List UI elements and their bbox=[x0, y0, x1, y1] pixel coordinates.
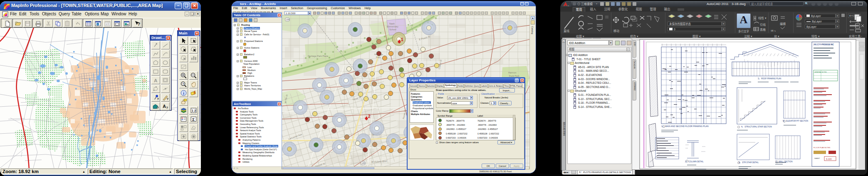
svg-text:241 CYY-PRO001B INC: 241 CYY-PRO001B INC bbox=[814, 44, 834, 46]
svg-text:S-103: S-103 bbox=[826, 158, 832, 160]
svg-text:4） STRUCTURAL STAIR SECTION: 4） STRUCTURAL STAIR SECTION bbox=[741, 126, 772, 128]
svg-text:1 2: 1 2 bbox=[192, 109, 196, 112]
svg-text:1: 1 bbox=[401, 37, 403, 42]
svg-text:5） ELEVATOR PIT SECTION: 5） ELEVATOR PIT SECTION bbox=[783, 120, 808, 122]
svg-text:6） STR STAIR DETAIL: 6） STR STAIR DETAIL bbox=[739, 161, 759, 164]
svg-text:Harmon: Harmon bbox=[508, 71, 517, 74]
svg-text:移动: 移动 bbox=[613, 29, 619, 32]
svg-text:Nash: Nash bbox=[389, 22, 395, 25]
svg-text:199: 199 bbox=[286, 18, 290, 21]
svg-text:插入: 插入 bbox=[771, 29, 777, 32]
svg-text:Elementary: Elementary bbox=[387, 25, 398, 28]
svg-text:Park: Park bbox=[376, 56, 381, 59]
svg-text:线性 ▾: 线性 ▾ bbox=[758, 16, 767, 20]
svg-text:School: School bbox=[389, 28, 396, 31]
svg-text:180: 180 bbox=[362, 162, 366, 164]
svg-text:?: ? bbox=[157, 97, 159, 101]
svg-text:表格: 表格 bbox=[760, 28, 766, 32]
svg-text:GENERAL NOTES: GENERAL NOTES bbox=[814, 71, 827, 73]
svg-text:i: i bbox=[183, 91, 184, 95]
svg-text:编辑: 编辑 bbox=[780, 22, 786, 26]
svg-text:A: A bbox=[163, 104, 166, 109]
svg-text:2: 2 bbox=[368, 114, 371, 119]
svg-text:3） ROOF FRAMING PLAN: 3） ROOF FRAMING PLAN bbox=[758, 78, 781, 80]
svg-text:1） MAIN AND SECOND FLOOR FRAMI: 1） MAIN AND SECOND FLOOR FRAMING PLAN bbox=[661, 125, 709, 127]
svg-text:Σ: Σ bbox=[192, 117, 195, 122]
svg-text:Heritage Park Plaza: Heritage Park Plaza bbox=[308, 55, 329, 57]
svg-text:?: ? bbox=[157, 106, 159, 110]
svg-text:?: ? bbox=[182, 82, 184, 86]
svg-text:?: ? bbox=[166, 106, 168, 110]
svg-text:?: ? bbox=[138, 22, 140, 27]
svg-text:引线: 引线 bbox=[760, 23, 766, 27]
svg-text:SHEET: SHEET bbox=[814, 157, 820, 159]
svg-text:?: ? bbox=[166, 97, 168, 101]
svg-text:直线: 直线 bbox=[564, 29, 569, 32]
svg-text:FLOOR PLAN NOTES: FLOOR PLAN NOTES bbox=[814, 147, 831, 149]
svg-text:A: A bbox=[154, 78, 158, 83]
